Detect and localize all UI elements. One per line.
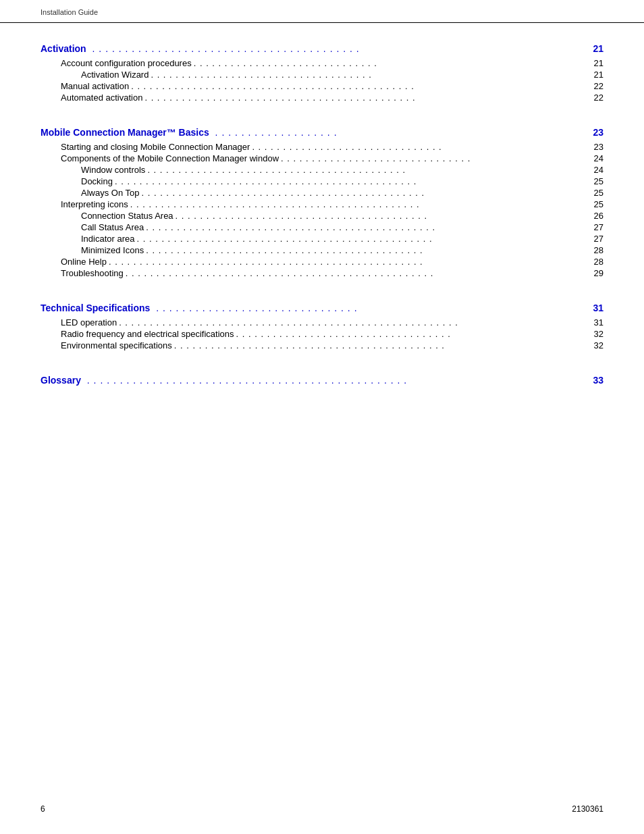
entry-text: Online Help <box>61 257 107 267</box>
entry-text: Connection Status Area <box>81 211 173 221</box>
toc-entry: Indicator area . . . . . . . . . . . . .… <box>41 234 603 244</box>
toc-entry: Minimized Icons . . . . . . . . . . . . … <box>41 245 603 255</box>
toc-entry: Connection Status Area . . . . . . . . .… <box>41 211 603 221</box>
entry-text: Account configuration procedures <box>61 58 192 68</box>
toc-entry: Window controls . . . . . . . . . . . . … <box>41 165 603 175</box>
entry-dots: . . . . . . . . . . . . . . . . . . . . … <box>141 188 591 198</box>
entry-page: 23 <box>594 142 603 152</box>
entry-dots: . . . . . . . . . . . . . . . . . . . . … <box>174 340 592 350</box>
entry-dots: . . . . . . . . . . . . . . . . . . . . … <box>147 165 591 175</box>
toc-section-glossary: Glossary . . . . . . . . . . . . . . . .… <box>41 375 603 386</box>
entry-dots: . . . . . . . . . . . . . . . . . . . . … <box>131 81 591 91</box>
entry-text: LED operation <box>61 317 117 328</box>
entry-page: 26 <box>594 211 603 221</box>
toc-heading-activation: Activation . . . . . . . . . . . . . . .… <box>41 43 603 54</box>
entry-page: 27 <box>594 222 603 232</box>
entry-page: 24 <box>594 153 603 163</box>
entry-page: 27 <box>594 234 603 244</box>
entry-text: Interpreting icons <box>61 199 128 209</box>
toc-entry: Starting and closing Mobile Connection M… <box>41 142 603 152</box>
entry-page: 28 <box>594 257 603 267</box>
entry-text: Activation Wizard <box>81 70 149 80</box>
page-footer: 6 2130361 <box>41 804 603 814</box>
entry-text: Starting and closing Mobile Connection M… <box>61 142 250 152</box>
entry-text: Always On Top <box>81 188 139 198</box>
entry-text: Radio frequency and electrical specifica… <box>61 329 234 339</box>
entry-dots: . . . . . . . . . . . . . . . . . . . . … <box>281 153 592 163</box>
entry-page: 32 <box>594 329 603 339</box>
toc-heading-tech-specs-text: Technical Specifications <box>41 303 150 313</box>
entry-dots: . . . . . . . . . . . . . . . . . . . . … <box>236 329 592 339</box>
toc-section-tech-specs: Technical Specifications . . . . . . . .… <box>41 303 603 350</box>
footer-page-number: 6 <box>41 804 45 814</box>
entry-dots: . . . . . . . . . . . . . . . . . . . . … <box>130 199 592 209</box>
page: Installation Guide Activation . . . . . … <box>0 0 644 834</box>
toc-heading-activation-page: 21 <box>593 43 603 54</box>
entry-dots: . . . . . . . . . . . . . . . . . . . . … <box>109 257 592 267</box>
entry-page: 22 <box>594 93 603 103</box>
toc-entry: Radio frequency and electrical specifica… <box>41 329 603 339</box>
entry-text: Environmental specifications <box>61 340 172 350</box>
entry-text: Window controls <box>81 165 145 175</box>
toc-entry: LED operation . . . . . . . . . . . . . … <box>41 317 603 328</box>
entry-dots: . . . . . . . . . . . . . . . . . . . . … <box>115 176 592 186</box>
toc-heading-glossary-page: 33 <box>593 375 603 386</box>
entry-page: 25 <box>594 188 603 198</box>
toc-entry: Manual activation . . . . . . . . . . . … <box>41 81 603 91</box>
toc-entry: Docking . . . . . . . . . . . . . . . . … <box>41 176 603 186</box>
entry-page: 29 <box>594 268 603 278</box>
entry-dots: . . . . . . . . . . . . . . . . . . . . … <box>176 211 592 221</box>
entry-page: 32 <box>594 340 603 350</box>
header-label: Installation Guide <box>41 8 98 16</box>
entry-dots: . . . . . . . . . . . . . . . . . . . . … <box>194 58 592 68</box>
toc-section-mcm: Mobile Connection Manager™ Basics . . . … <box>41 127 603 278</box>
toc-heading-activation-text: Activation <box>41 43 86 54</box>
toc-heading-mcm-page: 23 <box>593 127 603 138</box>
toc-heading-glossary: Glossary . . . . . . . . . . . . . . . .… <box>41 375 603 386</box>
toc-entry: Components of the Mobile Connection Mana… <box>41 153 603 163</box>
toc-heading-mcm-dots: . . . . . . . . . . . . . . . . . . . <box>212 127 591 138</box>
toc-heading-tech-specs-dots: . . . . . . . . . . . . . . . . . . . . … <box>153 303 590 313</box>
entry-page: 21 <box>594 58 603 68</box>
entry-dots: . . . . . . . . . . . . . . . . . . . . … <box>252 142 591 152</box>
entry-page: 25 <box>594 176 603 186</box>
toc-heading-tech-specs: Technical Specifications . . . . . . . .… <box>41 303 603 313</box>
entry-dots: . . . . . . . . . . . . . . . . . . . . … <box>137 234 592 244</box>
toc-heading-tech-specs-page: 31 <box>593 303 603 313</box>
entry-text: Minimized Icons <box>81 245 144 255</box>
entry-page: 22 <box>594 81 603 91</box>
footer-document-number: 2130361 <box>572 804 603 814</box>
toc-section-activation: Activation . . . . . . . . . . . . . . .… <box>41 43 603 103</box>
toc-entry: Troubleshooting . . . . . . . . . . . . … <box>41 268 603 278</box>
toc-entry: Online Help . . . . . . . . . . . . . . … <box>41 257 603 267</box>
toc-entry: Automated activation . . . . . . . . . .… <box>41 93 603 103</box>
header-bar: Installation Guide <box>0 0 644 23</box>
entry-dots: . . . . . . . . . . . . . . . . . . . . … <box>126 268 592 278</box>
entry-dots: . . . . . . . . . . . . . . . . . . . . … <box>144 93 591 103</box>
entry-text: Docking <box>81 176 113 186</box>
entry-text: Automated activation <box>61 93 142 103</box>
entry-text: Call Status Area <box>81 222 144 232</box>
entry-page: 24 <box>594 165 603 175</box>
toc-entry: Call Status Area . . . . . . . . . . . .… <box>41 222 603 232</box>
entry-page: 28 <box>594 245 603 255</box>
toc-heading-mcm-text: Mobile Connection Manager™ Basics <box>41 127 209 138</box>
entry-page: 31 <box>594 317 603 328</box>
entry-page: 25 <box>594 199 603 209</box>
toc-entry: Always On Top . . . . . . . . . . . . . … <box>41 188 603 198</box>
entry-text: Troubleshooting <box>61 268 124 278</box>
toc-entry: Activation Wizard . . . . . . . . . . . … <box>41 70 603 80</box>
entry-dots: . . . . . . . . . . . . . . . . . . . . … <box>151 70 591 80</box>
toc-heading-glossary-dots: . . . . . . . . . . . . . . . . . . . . … <box>84 375 590 386</box>
toc-entry: Environmental specifications . . . . . .… <box>41 340 603 350</box>
toc-heading-glossary-text: Glossary <box>41 375 81 386</box>
toc-heading-mcm: Mobile Connection Manager™ Basics . . . … <box>41 127 603 138</box>
toc-content: Activation . . . . . . . . . . . . . . .… <box>0 23 644 445</box>
entry-page: 21 <box>594 70 603 80</box>
entry-text: Indicator area <box>81 234 135 244</box>
toc-heading-activation-dots: . . . . . . . . . . . . . . . . . . . . … <box>89 43 591 54</box>
toc-entry: Interpreting icons . . . . . . . . . . .… <box>41 199 603 209</box>
entry-text: Components of the Mobile Connection Mana… <box>61 153 279 163</box>
toc-entry: Account configuration procedures . . . .… <box>41 58 603 68</box>
entry-text: Manual activation <box>61 81 129 91</box>
